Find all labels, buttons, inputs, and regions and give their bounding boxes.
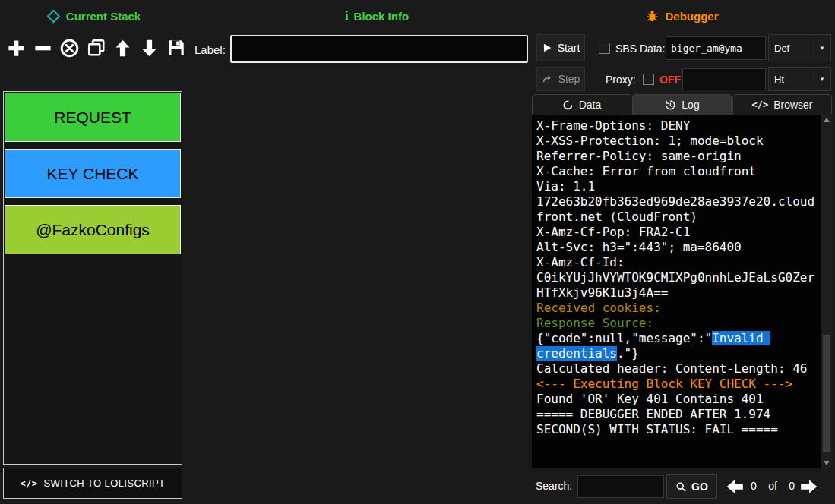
match-separator: of bbox=[768, 480, 777, 492]
code-icon: </> bbox=[21, 478, 38, 489]
next-match-button[interactable] bbox=[796, 476, 822, 497]
log-line: Calculated header: Content-Length: 46 bbox=[536, 361, 817, 376]
block-info-title: Block Info bbox=[354, 10, 410, 23]
add-block-icon bbox=[6, 38, 27, 58]
add-block-button[interactable] bbox=[4, 35, 29, 61]
data-caption: Data: bbox=[640, 43, 665, 55]
tab-data-label: Data bbox=[579, 99, 602, 111]
arrow-right-icon bbox=[798, 477, 821, 496]
move-down-icon bbox=[139, 38, 160, 58]
previous-match-button[interactable] bbox=[722, 476, 748, 497]
sbs-label: SBS bbox=[615, 43, 637, 55]
tab-data[interactable]: Data bbox=[532, 94, 631, 115]
block-label-input[interactable] bbox=[230, 35, 528, 63]
play-icon bbox=[542, 43, 552, 53]
openbullet-debugger-window: Current Stack i Block Info Debugger Labe… bbox=[0, 0, 835, 504]
arrow-left-icon bbox=[723, 477, 746, 496]
log-scrollbar[interactable] bbox=[821, 115, 832, 468]
log-line: {"code":null,"message":"Invalid credenti… bbox=[536, 331, 817, 361]
log-line: Via: 1.1 172e63b20fb363ed969de28ae3937e2… bbox=[536, 179, 817, 225]
match-total: 0 bbox=[789, 480, 795, 492]
log-line: Referrer-Policy: same-origin bbox=[536, 149, 817, 164]
data-circle-icon bbox=[562, 99, 574, 111]
remove-block-icon bbox=[33, 38, 53, 58]
log-line: ===== DEBUGGER ENDED AFTER 1.974 SECOND(… bbox=[536, 407, 817, 437]
proxy-type-value: Ht bbox=[774, 74, 784, 85]
search-go-button[interactable]: GO bbox=[666, 474, 717, 499]
debugger-header: Debugger bbox=[532, 6, 832, 26]
stack-block[interactable]: @FazkoConfigs bbox=[5, 205, 181, 254]
block-info-header: i Block Info bbox=[228, 6, 526, 26]
proxy-input[interactable] bbox=[682, 68, 766, 90]
log-line: X-XSS-Protection: 1; mode=block bbox=[536, 134, 817, 149]
switch-to-loliscript-label: SWITCH TO LOLISCRIPT bbox=[43, 477, 165, 489]
current-stack-title: Current Stack bbox=[66, 10, 141, 23]
sbs-checkbox[interactable] bbox=[599, 43, 610, 54]
combo-divider bbox=[814, 40, 814, 55]
current-stack-header: Current Stack bbox=[0, 6, 187, 26]
start-button-label: Start bbox=[558, 42, 580, 54]
search-input[interactable] bbox=[577, 475, 664, 498]
move-down-button[interactable] bbox=[137, 35, 162, 61]
debugger-controls: Start SBS Data: Def ▼ Step Proxy: OFF Ht… bbox=[532, 34, 832, 92]
move-up-icon bbox=[112, 38, 133, 58]
match-counter: 0 of 0 bbox=[751, 480, 795, 492]
match-current: 0 bbox=[751, 480, 757, 492]
proxy-caption: Proxy: bbox=[606, 74, 636, 86]
scroll-down-icon[interactable] bbox=[821, 458, 832, 468]
tab-log-label: Log bbox=[682, 99, 699, 111]
step-button-label: Step bbox=[558, 73, 580, 85]
switch-to-loliscript-button[interactable]: </> SWITCH TO LOLISCRIPT bbox=[3, 468, 182, 499]
clone-block-icon bbox=[87, 38, 106, 58]
log-output: X-Frame-Options: DENYX-XSS-Protection: 1… bbox=[532, 115, 821, 468]
debugger-title: Debugger bbox=[665, 10, 718, 23]
proxy-status: OFF bbox=[659, 74, 681, 86]
stack-block[interactable]: REQUEST bbox=[5, 93, 181, 142]
history-icon bbox=[664, 99, 676, 111]
stack-diamond-icon bbox=[46, 9, 61, 24]
wordlist-type-select[interactable]: Def ▼ bbox=[768, 34, 831, 61]
code-icon: </> bbox=[751, 99, 768, 110]
debugger-tabs: Data Log </> Browser bbox=[532, 94, 832, 115]
scroll-up-icon[interactable] bbox=[821, 115, 832, 125]
log-search-bar: Search: GO 0 of 0 bbox=[532, 471, 832, 502]
data-input[interactable] bbox=[666, 36, 766, 60]
log-line: Alt-Svc: h3=":443"; ma=86400 bbox=[536, 240, 817, 255]
search-caption: Search: bbox=[536, 480, 572, 492]
log-line: Found 'OR' Key 401 Contains 401 bbox=[536, 392, 817, 407]
block-label-caption: Label: bbox=[195, 43, 226, 56]
log-line: X-Amz-Cf-Id: C0ikYUjJhVYWTOK9CMIXPg0nnhL… bbox=[536, 255, 817, 301]
tab-browser-label: Browser bbox=[773, 99, 812, 111]
move-up-button[interactable] bbox=[110, 35, 135, 61]
start-button[interactable]: Start bbox=[536, 34, 585, 61]
save-config-button[interactable] bbox=[163, 35, 188, 61]
bug-icon bbox=[645, 9, 659, 24]
search-icon bbox=[675, 481, 687, 493]
log-line: <--- Executing Block KEY CHECK ---> bbox=[536, 376, 817, 392]
log-line: X-Cache: Error from cloudfront bbox=[536, 164, 817, 179]
chevron-down-icon: ▼ bbox=[819, 76, 825, 83]
remove-block-button[interactable] bbox=[30, 35, 55, 61]
scrollbar-thumb[interactable] bbox=[823, 335, 830, 452]
stack-block[interactable]: KEY CHECK bbox=[5, 149, 181, 198]
combo-divider bbox=[814, 71, 814, 87]
proxy-checkbox[interactable] bbox=[643, 74, 654, 85]
clear-stack-button[interactable] bbox=[57, 35, 82, 61]
stack-toolbar bbox=[4, 35, 188, 61]
clone-block-button[interactable] bbox=[84, 35, 109, 61]
info-icon: i bbox=[345, 8, 349, 24]
step-button[interactable]: Step bbox=[536, 67, 585, 91]
log-line: Received cookies: bbox=[536, 301, 817, 316]
step-arrow-icon bbox=[542, 74, 553, 85]
log-line: X-Frame-Options: DENY bbox=[536, 118, 817, 134]
proxy-type-select[interactable]: Ht ▼ bbox=[768, 67, 831, 91]
stack-block-list: REQUESTKEY CHECK@FazkoConfigs bbox=[3, 91, 182, 465]
clear-stack-icon bbox=[59, 38, 80, 58]
tab-browser[interactable]: </> Browser bbox=[732, 94, 832, 115]
search-go-label: GO bbox=[691, 480, 708, 493]
wordlist-type-value: Def bbox=[774, 43, 789, 54]
log-line: Response Source: bbox=[536, 316, 817, 331]
log-line: X-Amz-Cf-Pop: FRA2-C1 bbox=[536, 225, 817, 240]
tab-log[interactable]: Log bbox=[632, 94, 732, 115]
chevron-down-icon: ▼ bbox=[819, 45, 825, 52]
